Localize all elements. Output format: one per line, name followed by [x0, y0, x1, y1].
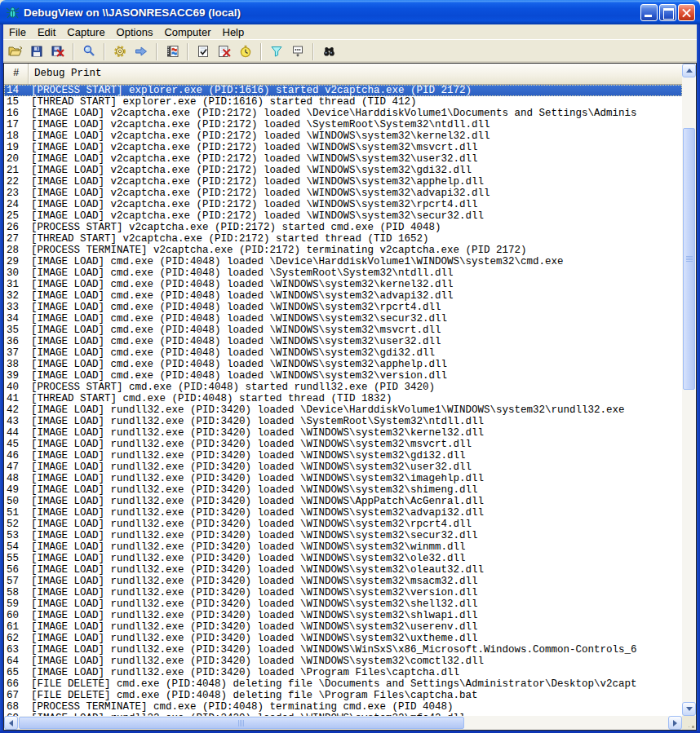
log-row[interactable]: 26[PROCESS START] v2captcha.exe (PID:217…: [4, 222, 682, 233]
column-header-index[interactable]: #: [4, 64, 29, 84]
log-row[interactable]: 66[FILE DELETE] cmd.exe (PID:4048) delet…: [4, 678, 682, 690]
log-row[interactable]: 46[IMAGE LOAD] rundll32.exe (PID:3420) l…: [4, 450, 682, 461]
menu-item-edit[interactable]: Edit: [32, 24, 61, 40]
log-row[interactable]: 40[PROCESS START] cmd.exe (PID:4048) sta…: [4, 382, 682, 393]
row-number: 35: [7, 325, 31, 336]
log-row[interactable]: 50[IMAGE LOAD] rundll32.exe (PID:3420) l…: [4, 496, 682, 507]
log-row[interactable]: 33[IMAGE LOAD] cmd.exe (PID:4048) loaded…: [4, 302, 682, 313]
vertical-scroll-thumb[interactable]: [683, 128, 695, 390]
log-row[interactable]: 65[IMAGE LOAD] rundll32.exe (PID:3420) l…: [4, 667, 682, 678]
log-row[interactable]: 16[IMAGE LOAD] v2captcha.exe (PID:2172) …: [4, 108, 682, 119]
log-row[interactable]: 64[IMAGE LOAD] rundll32.exe (PID:3420) l…: [4, 656, 682, 667]
row-number: 61: [7, 621, 31, 633]
log-row[interactable]: 48[IMAGE LOAD] rundll32.exe (PID:3420) l…: [4, 473, 682, 484]
log-row[interactable]: 51[IMAGE LOAD] rundll32.exe (PID:3420) l…: [4, 507, 682, 519]
log-row[interactable]: 21[IMAGE LOAD] v2captcha.exe (PID:2172) …: [4, 165, 682, 176]
log-row[interactable]: 29[IMAGE LOAD] cmd.exe (PID:4048) loaded…: [4, 256, 682, 267]
log-row[interactable]: 44[IMAGE LOAD] rundll32.exe (PID:3420) l…: [4, 427, 682, 439]
row-number: 27: [7, 233, 31, 245]
row-number: 52: [7, 519, 31, 530]
horizontal-scrollbar[interactable]: [4, 716, 682, 730]
scroll-down-button[interactable]: [682, 702, 696, 716]
log-row[interactable]: 62[IMAGE LOAD] rundll32.exe (PID:3420) l…: [4, 633, 682, 644]
filter-highlight-button[interactable]: [267, 42, 286, 61]
log-row[interactable]: 67[FILE DELETE] cmd.exe (PID:4048) delet…: [4, 690, 682, 701]
log-row[interactable]: 58[IMAGE LOAD] rundll32.exe (PID:3420) l…: [4, 587, 682, 598]
log-row[interactable]: 22[IMAGE LOAD] v2captcha.exe (PID:2172) …: [4, 176, 682, 188]
log-row[interactable]: 24[IMAGE LOAD] v2captcha.exe (PID:2172) …: [4, 199, 682, 210]
log-row[interactable]: 61[IMAGE LOAD] rundll32.exe (PID:3420) l…: [4, 621, 682, 633]
log-row[interactable]: 19[IMAGE LOAD] v2captcha.exe (PID:2172) …: [4, 142, 682, 153]
capture-events-icon: [197, 45, 210, 58]
log-row[interactable]: 35[IMAGE LOAD] cmd.exe (PID:4048) loaded…: [4, 325, 682, 336]
menu-item-options[interactable]: Options: [111, 24, 159, 40]
time-button[interactable]: [236, 42, 255, 61]
log-row[interactable]: 49[IMAGE LOAD] rundll32.exe (PID:3420) l…: [4, 484, 682, 496]
log-row[interactable]: 43[IMAGE LOAD] rundll32.exe (PID:3420) l…: [4, 416, 682, 427]
capture-win32-button[interactable]: [162, 42, 182, 61]
title-bar[interactable]: DebugView on \\JASONRESACC69 (local): [0, 0, 700, 24]
log-row[interactable]: 17[IMAGE LOAD] v2captcha.exe (PID:2172) …: [4, 119, 682, 130]
log-row[interactable]: 39[IMAGE LOAD] cmd.exe (PID:4048) loaded…: [4, 370, 682, 382]
log-row[interactable]: 15[THREAD START] explorer.exe (PID:1616)…: [4, 96, 682, 108]
capture-events-button[interactable]: [193, 42, 213, 61]
log-row[interactable]: 60[IMAGE LOAD] rundll32.exe (PID:3420) l…: [4, 610, 682, 621]
menu-item-capture[interactable]: Capture: [61, 24, 110, 40]
row-text: [FILE DELETE] cmd.exe (PID:4048) deletin…: [31, 690, 682, 701]
capture-kernel-button[interactable]: [110, 42, 130, 61]
menu-item-computer[interactable]: Computer: [158, 24, 216, 40]
log-row[interactable]: 38[IMAGE LOAD] cmd.exe (PID:4048) loaded…: [4, 359, 682, 370]
log-row[interactable]: 57[IMAGE LOAD] rundll32.exe (PID:3420) l…: [4, 576, 682, 587]
log-row[interactable]: 59[IMAGE LOAD] rundll32.exe (PID:3420) l…: [4, 598, 682, 610]
log-row[interactable]: 32[IMAGE LOAD] cmd.exe (PID:4048) loaded…: [4, 290, 682, 302]
log-row[interactable]: 53[IMAGE LOAD] rundll32.exe (PID:3420) l…: [4, 530, 682, 541]
scroll-left-button[interactable]: [4, 716, 18, 730]
log-row[interactable]: 56[IMAGE LOAD] rundll32.exe (PID:3420) l…: [4, 564, 682, 576]
scroll-up-button[interactable]: [682, 64, 696, 77]
log-row[interactable]: 47[IMAGE LOAD] rundll32.exe (PID:3420) l…: [4, 461, 682, 473]
passthrough-button[interactable]: [131, 42, 151, 61]
save-button[interactable]: [27, 42, 47, 61]
log-row[interactable]: 63[IMAGE LOAD] rundll32.exe (PID:3420) l…: [4, 644, 682, 656]
log-row[interactable]: 68[PROCESS TERMINATE] cmd.exe (PID:4048)…: [4, 701, 682, 713]
row-text: [IMAGE LOAD] cmd.exe (PID:4048) loaded \…: [31, 267, 682, 279]
open-log-button[interactable]: [6, 42, 25, 61]
horizontal-scroll-thumb[interactable]: [19, 717, 464, 729]
log-row[interactable]: 41[THREAD START] cmd.exe (PID:4048) star…: [4, 393, 682, 404]
menu-item-file[interactable]: File: [3, 24, 32, 40]
minimize-button[interactable]: [640, 4, 658, 21]
log-row[interactable]: 34[IMAGE LOAD] cmd.exe (PID:4048) loaded…: [4, 313, 682, 325]
close-button[interactable]: [678, 4, 695, 21]
resize-grip[interactable]: [682, 716, 696, 730]
row-number: 48: [7, 473, 31, 484]
log-row[interactable]: 28[PROCESS TERMINATE] v2captcha.exe (PID…: [4, 245, 682, 256]
close-log-button[interactable]: [48, 42, 68, 61]
log-row[interactable]: 18[IMAGE LOAD] v2captcha.exe (PID:2172) …: [4, 130, 682, 142]
log-row[interactable]: 42[IMAGE LOAD] rundll32.exe (PID:3420) l…: [4, 404, 682, 416]
menu-item-help[interactable]: Help: [217, 24, 250, 40]
log-row[interactable]: 31[IMAGE LOAD] cmd.exe (PID:4048) loaded…: [4, 279, 682, 290]
row-text: [IMAGE LOAD] cmd.exe (PID:4048) loaded \…: [31, 313, 682, 325]
log-row[interactable]: 23[IMAGE LOAD] v2captcha.exe (PID:2172) …: [4, 188, 682, 199]
maximize-button[interactable]: [659, 4, 676, 21]
clear-display-button[interactable]: [215, 42, 234, 61]
log-row[interactable]: 37[IMAGE LOAD] cmd.exe (PID:4048) loaded…: [4, 347, 682, 359]
log-row[interactable]: 54[IMAGE LOAD] rundll32.exe (PID:3420) l…: [4, 541, 682, 553]
log-row[interactable]: 20[IMAGE LOAD] v2captcha.exe (PID:2172) …: [4, 153, 682, 165]
log-row[interactable]: 30[IMAGE LOAD] cmd.exe (PID:4048) loaded…: [4, 267, 682, 279]
row-number: 19: [7, 142, 31, 153]
log-row[interactable]: 52[IMAGE LOAD] rundll32.exe (PID:3420) l…: [4, 519, 682, 530]
log-row[interactable]: 55[IMAGE LOAD] rundll32.exe (PID:3420) l…: [4, 553, 682, 564]
log-row[interactable]: 27[THREAD START] v2captcha.exe (PID:2172…: [4, 233, 682, 245]
history-depth-button[interactable]: [288, 42, 308, 61]
log-row[interactable]: 25[IMAGE LOAD] v2captcha.exe (PID:2172) …: [4, 210, 682, 222]
log-row[interactable]: 36[IMAGE LOAD] cmd.exe (PID:4048) loaded…: [4, 336, 682, 347]
column-header-debug-print[interactable]: Debug Print: [29, 64, 682, 84]
capture-now-button[interactable]: [79, 42, 99, 61]
vertical-scrollbar[interactable]: [682, 64, 696, 716]
log-row[interactable]: 14[PROCESS START] explorer.exe (PID:1616…: [4, 85, 682, 96]
row-number: 26: [7, 222, 31, 233]
log-row[interactable]: 45[IMAGE LOAD] rundll32.exe (PID:3420) l…: [4, 439, 682, 450]
scroll-right-button[interactable]: [668, 716, 682, 730]
find-button[interactable]: [319, 42, 339, 61]
